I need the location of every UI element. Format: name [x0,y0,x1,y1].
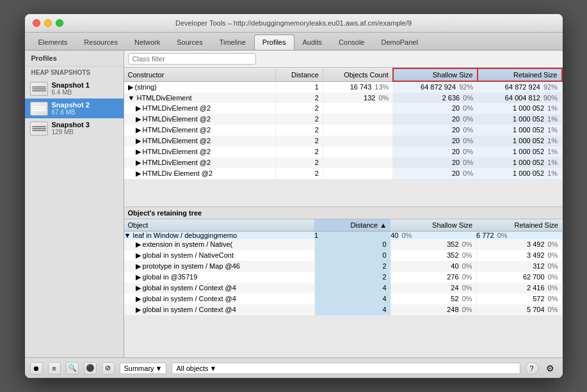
retaining-tree-title: Object's retaining tree [124,207,563,219]
close-button[interactable] [33,19,40,27]
table-row[interactable]: ▶ HTMLDivElement @2 2 20 0% 1 000 052 1% [124,103,562,114]
objects-arrow-icon: ▼ [210,365,217,372]
table-row[interactable]: ▼ leaf in Window / debuggingmemo 1 40 0%… [124,231,563,239]
tab-demopanel[interactable]: DemoPanel [373,35,426,50]
record-button[interactable]: ⏺ [30,362,43,375]
table-row[interactable]: ▶ HTMLDivElement @2 2 20 0% 1 000 052 1% [124,125,562,136]
cell-constructor: ▶ (string) [124,81,276,93]
snapshot-icon-1 [30,82,48,96]
search-button[interactable]: 🔍 [66,362,79,375]
tab-sources[interactable]: Sources [168,35,211,50]
tab-console[interactable]: Console [330,35,373,50]
col-ret-distance[interactable]: Distance ▲ [314,219,390,231]
retaining-tree-table: Object Distance ▲ Shallow Size Retained … [124,219,563,315]
retaining-header-row: Object Distance ▲ Shallow Size Retained … [124,219,563,231]
sidebar: Profiles HEAP SNAPSHOTS Snapshot 1 6.4 M… [25,51,124,357]
table-row[interactable]: ▶ HTMLDivElement @2 2 20 0% 1 000 052 1% [124,157,562,168]
snapshot-label-1: Snapshot 1 6.4 MB [52,81,90,96]
objects-dropdown[interactable]: All objects ▼ [172,363,520,374]
table-row[interactable]: ▶ HTMLDivElement @2 2 20 0% 1 000 052 1% [124,146,562,157]
main-content: Profiles HEAP SNAPSHOTS Snapshot 1 6.4 M… [25,51,563,357]
sidebar-snapshot-3[interactable]: Snapshot 3 129 MB [25,118,124,138]
table-row[interactable]: ▶ global in @35719 2 276 0% 62 700 0% [124,272,563,283]
summary-label: Summary [124,365,154,372]
table-row[interactable]: ▶ HTMLDivElement @2 2 20 0% 1 000 052 1% [124,136,562,146]
snapshot-label-2: Snapshot 2 67.6 MB [52,101,90,116]
heap-table[interactable]: Constructor Distance Objects Count Shall… [124,68,563,207]
minimize-button[interactable] [44,19,52,27]
cell-distance: 2 [276,93,323,103]
sidebar-snapshot-1[interactable]: Snapshot 1 6.4 MB [25,79,124,98]
table-row[interactable]: ▶ global in system / Context @4 4 24 0% … [124,283,563,294]
nav-tabs: Elements Resources Network Sources Timel… [25,33,563,51]
col-distance[interactable]: Distance [276,68,323,81]
tab-elements[interactable]: Elements [30,35,76,50]
bottom-bar: ⏺ ≡ 🔍 ⚫ ⊘ Summary ▼ All objects ▼ ? ⚙ [25,357,563,378]
cell-constructor: ▶ HTMLDivElement @2 [124,103,276,114]
col-constructor[interactable]: Constructor [124,68,276,81]
filter-bar [124,51,563,68]
snapshot-icon-3 [30,122,48,136]
col-objects-count[interactable]: Objects Count [323,68,393,81]
constructor-table-body: ▶ (string) 1 16 743 13% 64 872 924 92% 6… [124,81,562,179]
sidebar-snapshot-2[interactable]: Snapshot 2 67.6 MB [25,98,124,118]
sidebar-section-title: HEAP SNAPSHOTS [25,67,124,79]
retaining-tree-body: ▼ leaf in Window / debuggingmemo 1 40 0%… [124,231,563,315]
cell-shallow: 2 636 0% [393,93,478,103]
table-row[interactable]: ▶ HTMLDivElement @2 2 20 0% 1 000 052 1% [124,114,562,125]
table-row[interactable]: ▶ global in system / Context @4 4 52 0% … [124,294,563,304]
table-header-row: Constructor Distance Objects Count Shall… [124,68,562,81]
constructor-table: Constructor Distance Objects Count Shall… [124,68,563,179]
class-filter-input[interactable] [128,53,256,65]
devtools-window: Developer Tools – http://debuggingmemory… [25,14,563,378]
table-row[interactable]: ▶ global in system / NativeCont 0 352 0%… [124,250,563,261]
col-object[interactable]: Object [124,219,315,231]
summary-dropdown[interactable]: Summary ▼ [120,363,167,374]
snapshot-icon-2 [30,102,48,116]
col-retained-size[interactable]: Retained Size [478,68,562,81]
cell-objects-count: 132 0% [323,93,393,103]
table-row[interactable]: ▶ global in system / Context @4 4 248 0%… [124,304,563,315]
maximize-button[interactable] [56,19,63,27]
retaining-tree-table-container[interactable]: Object Distance ▲ Shallow Size Retained … [124,219,563,358]
col-ret-shallow[interactable]: Shallow Size [390,219,476,231]
cell-object: ▼ leaf in Window / debuggingmemo [124,231,315,239]
table-row[interactable]: ▶ extension in system / Native( 0 352 0%… [124,239,563,250]
settings-button[interactable]: ⚙ [543,361,558,375]
window-title: Developer Tools – http://debuggingmemory… [175,19,412,27]
right-panel: Constructor Distance Objects Count Shall… [124,51,563,357]
record-heap-button[interactable]: ⚫ [84,362,97,375]
col-ret-retained[interactable]: Retained Size [476,219,562,231]
cell-constructor: ▼ HTMLDivElement [124,93,276,103]
title-bar: Developer Tools – http://debuggingmemory… [25,14,563,33]
snapshot-label-3: Snapshot 3 129 MB [52,121,90,136]
cell-retained: 64 872 924 92% [478,81,562,93]
table-row[interactable]: ▶ prototype in system / Map @46 2 40 0% … [124,261,563,272]
cell-distance: 1 [276,81,323,93]
cell-retained: 64 004 812 90% [478,93,562,103]
summary-arrow-icon: ▼ [156,365,163,372]
tab-profiles[interactable]: Profiles [254,35,294,50]
cell-shallow: 64 872 924 92% [393,81,478,93]
objects-label: All objects [176,365,208,372]
table-row[interactable]: ▼ HTMLDivElement 2 132 0% 2 636 0% 64 00… [124,93,562,103]
table-row[interactable]: ▶ HTMLDiv Element @2 2 20 0% 1 000 052 1… [124,168,562,179]
tab-timeline[interactable]: Timeline [211,35,254,50]
traffic-lights [33,19,63,27]
tab-resources[interactable]: Resources [76,35,126,50]
table-row[interactable]: ▶ (string) 1 16 743 13% 64 872 924 92% 6… [124,81,562,93]
help-button[interactable]: ? [526,362,538,375]
tab-network[interactable]: Network [126,35,168,50]
sidebar-title: Profiles [25,51,124,67]
list-view-button[interactable]: ≡ [48,362,61,375]
col-shallow-size[interactable]: Shallow Size [393,68,478,81]
clear-button[interactable]: ⊘ [102,362,115,375]
cell-objects-count: 16 743 13% [323,81,393,93]
tab-audits[interactable]: Audits [294,35,331,50]
